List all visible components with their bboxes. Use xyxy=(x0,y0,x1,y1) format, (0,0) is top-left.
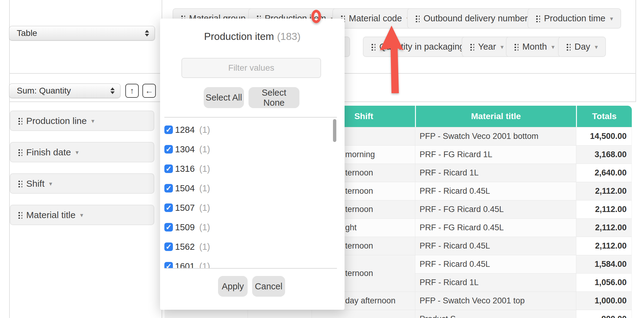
select-all-button[interactable]: Select All xyxy=(204,87,244,108)
filter-value-item[interactable]: ✓1601(1) xyxy=(164,256,337,269)
field-chip-label: Production line xyxy=(26,116,87,126)
totals-cell: 14,500.00 xyxy=(576,127,632,145)
totals-cell: 2,112.00 xyxy=(576,218,632,237)
field-chip-label: Finish date xyxy=(26,147,71,157)
filter-value-label: 1507 xyxy=(175,203,195,213)
scrollbar-thumb[interactable] xyxy=(333,119,336,142)
material-title-cell: PRF - FG Ricard 0.45L xyxy=(415,218,576,237)
material-title-cell: Product S xyxy=(415,310,576,318)
aggregator-select[interactable]: Sum: Quantity xyxy=(9,83,120,98)
select-arrows-icon xyxy=(110,87,115,94)
filter-value-item[interactable]: ✓1304(1) xyxy=(164,140,337,159)
field-chip-day[interactable]: Day▾ xyxy=(558,37,606,57)
checked-checkbox-icon[interactable]: ✓ xyxy=(164,223,173,231)
checked-checkbox-icon[interactable]: ✓ xyxy=(164,164,173,173)
checked-checkbox-icon[interactable]: ✓ xyxy=(164,262,173,269)
filter-value-count: (1) xyxy=(199,144,210,154)
field-chip-label: Production time xyxy=(544,13,606,23)
chevron-down-icon[interactable]: ▾ xyxy=(595,43,598,51)
filter-popup-title-text: Production item xyxy=(204,31,274,42)
totals-cell: 2,112.00 xyxy=(576,237,632,255)
row-attribute-chip-shift[interactable]: Shift▾ xyxy=(10,173,154,194)
field-chip-label: Year xyxy=(478,42,496,52)
left-arrow-icon: ← xyxy=(145,86,153,96)
totals-cell: 900.00 xyxy=(576,310,632,318)
filter-value-label: 1562 xyxy=(175,242,195,252)
row-attribute-chip-production-line[interactable]: Production line▾ xyxy=(10,111,154,131)
select-none-button[interactable]: Select None xyxy=(249,87,299,108)
material-title-cell: PRF - Ricard 0.45L xyxy=(415,182,576,200)
filter-value-label: 1284 xyxy=(175,125,195,135)
drag-handle-icon xyxy=(415,15,420,22)
filter-value-item[interactable]: ✓1316(1) xyxy=(164,159,337,178)
checked-checkbox-icon[interactable]: ✓ xyxy=(164,184,173,193)
filter-value-count: (1) xyxy=(199,164,210,174)
chevron-down-icon[interactable]: ▾ xyxy=(49,180,52,187)
drag-handle-icon xyxy=(371,43,375,51)
material-title-cell: PFP - Swatch Veco 2001 bottom xyxy=(415,127,576,145)
chevron-down-icon[interactable]: ▾ xyxy=(610,15,613,22)
material-title-cell: PRF - FG Ricard 1L xyxy=(415,145,576,164)
filter-popup-title: Production item(183) xyxy=(160,31,345,42)
row-attribute-chip-material-title[interactable]: Material title▾ xyxy=(10,205,154,225)
totals-cell: 3,168.00 xyxy=(576,145,632,164)
chevron-down-icon[interactable]: ▾ xyxy=(76,149,79,156)
chevron-down-icon[interactable]: ▾ xyxy=(501,43,504,51)
shift-cell xyxy=(312,310,415,318)
divider xyxy=(635,0,636,102)
filter-value-item[interactable]: ✓1507(1) xyxy=(164,198,337,217)
aggregator-move-left-button[interactable]: ← xyxy=(142,84,156,98)
checked-checkbox-icon[interactable]: ✓ xyxy=(164,203,173,212)
checked-checkbox-icon[interactable]: ✓ xyxy=(164,145,173,154)
material-title-cell: PRF - Ricard 0.45L xyxy=(415,255,576,273)
drag-handle-icon xyxy=(18,117,22,125)
annotation-circle xyxy=(311,10,321,23)
checked-checkbox-icon[interactable]: ✓ xyxy=(164,242,173,251)
totals-cell: 1,000.00 xyxy=(576,292,632,310)
cancel-button[interactable]: Cancel xyxy=(252,276,285,297)
field-chip-month[interactable]: Month▾ xyxy=(506,37,563,57)
field-chip-label: Material title xyxy=(26,210,76,220)
filter-value-label: 1509 xyxy=(175,222,195,232)
pivot-ui-page: Table Sum: Quantity ↑ ← Production line▾… xyxy=(0,0,644,318)
filter-value-label: 1304 xyxy=(175,144,195,154)
field-chip-outbound-delivery-number[interactable]: Outbound delivery number▾ xyxy=(407,8,543,29)
filter-values-input[interactable] xyxy=(181,58,321,78)
field-chip-label: Outbound delivery number xyxy=(424,13,528,23)
material-title-cell: PRF - FG Ricard 0.45L xyxy=(415,200,576,218)
filter-value-item[interactable]: ✓1504(1) xyxy=(164,178,337,198)
totals-cell: 1,056.00 xyxy=(576,273,632,292)
field-chip-label: Month xyxy=(522,42,547,52)
renderer-select[interactable]: Table xyxy=(9,26,155,41)
row-attribute-chip-finish-date[interactable]: Finish date▾ xyxy=(10,142,154,162)
drag-handle-icon xyxy=(18,180,22,187)
filter-value-count: (1) xyxy=(199,242,210,252)
field-chip-production-time[interactable]: Production time▾ xyxy=(528,8,621,29)
checked-checkbox-icon[interactable]: ✓ xyxy=(164,125,173,134)
field-chip-year[interactable]: Year▾ xyxy=(462,37,512,57)
finish-date-cell xyxy=(248,310,312,318)
header-totals: Totals xyxy=(576,106,632,127)
field-chip-label: Material code xyxy=(349,13,402,23)
totals-cell: 1,584.00 xyxy=(576,255,632,273)
drag-handle-icon xyxy=(514,43,518,51)
annotation-arrow-icon xyxy=(378,24,407,94)
filter-value-item[interactable]: ✓1284(1) xyxy=(164,120,337,140)
filter-value-item[interactable]: ✓1509(1) xyxy=(164,217,337,237)
chevron-down-icon[interactable]: ▾ xyxy=(80,211,83,219)
filter-value-label: 1601 xyxy=(175,261,195,269)
drag-handle-icon xyxy=(566,43,571,51)
material-title-cell: PRF - Ricard 1L xyxy=(415,273,576,292)
drag-handle-icon xyxy=(18,211,22,219)
filter-value-item[interactable]: ✓1562(1) xyxy=(164,237,337,256)
chevron-down-icon[interactable]: ▾ xyxy=(91,117,94,125)
filter-value-count: (1) xyxy=(199,125,210,135)
chevron-down-icon[interactable]: ▾ xyxy=(552,43,555,51)
production-line-cell xyxy=(165,310,248,318)
aggregator-move-up-button[interactable]: ↑ xyxy=(125,84,139,98)
filter-value-label: 1316 xyxy=(175,164,195,174)
header-material-title: Material title xyxy=(415,106,576,127)
apply-button[interactable]: Apply xyxy=(218,276,248,297)
filter-popup-count: (183) xyxy=(277,31,301,42)
filter-value-count: (1) xyxy=(199,261,210,269)
